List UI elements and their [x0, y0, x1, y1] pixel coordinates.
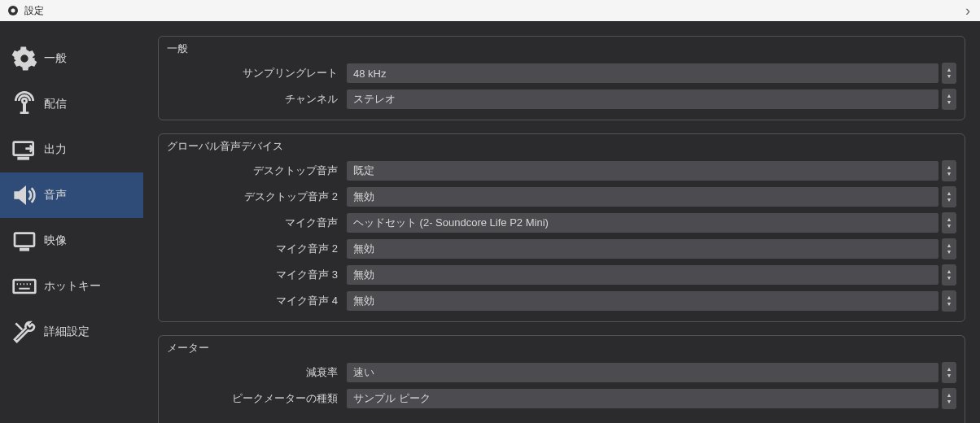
field-label: デスクトップ音声 [167, 164, 346, 178]
sidebar-item-label: 詳細設定 [44, 325, 90, 339]
group-title: グローバル音声デバイス [167, 139, 956, 154]
row-peak-meter-type: ピークメーターの種類 サンプル ピーク ▲▼ [167, 386, 956, 411]
keyboard-icon [11, 273, 44, 299]
chevron-up-icon: ▲ [947, 268, 952, 275]
sidebar-item-label: 一般 [44, 51, 67, 66]
sidebar-item-label: 出力 [44, 142, 67, 157]
row-desktop-audio-2: デスクトップ音声 2 無効 ▲▼ [167, 185, 956, 209]
sidebar-item-advanced[interactable]: 詳細設定 [0, 309, 143, 355]
sampling-rate-select[interactable]: 48 kHz [346, 63, 939, 84]
chevron-down-icon: ▼ [947, 223, 952, 229]
sidebar-item-general[interactable]: 一般 [0, 36, 143, 81]
field-label: チャンネル [167, 92, 346, 107]
row-decay-rate: 減衰率 速い ▲▼ [167, 360, 956, 385]
channels-select[interactable]: ステレオ [346, 89, 939, 110]
titlebar: 設定 › [0, 0, 980, 21]
window-title: 設定 [24, 4, 44, 18]
spin-buttons[interactable]: ▲▼ [942, 89, 956, 110]
spin-buttons[interactable]: ▲▼ [942, 63, 956, 84]
group-title: メーター [167, 341, 956, 355]
spin-buttons[interactable]: ▲▼ [942, 238, 956, 259]
sidebar-item-output[interactable]: 出力 [0, 127, 143, 172]
mic-audio-2-select[interactable]: 無効 [346, 238, 939, 259]
field-label: マイク音声 4 [167, 294, 346, 308]
desktop-audio-2-select[interactable]: 無効 [346, 186, 939, 207]
decay-rate-select[interactable]: 速い [346, 362, 939, 383]
audio-icon [11, 182, 44, 208]
chevron-down-icon: ▼ [947, 197, 952, 203]
sidebar-item-label: 配信 [44, 97, 67, 111]
field-label: マイク音声 2 [167, 242, 346, 256]
row-mic-audio: マイク音声 ヘッドセット (2- Soundcore Life P2 Mini)… [167, 211, 956, 235]
broadcast-icon [11, 91, 44, 117]
gear-icon [11, 46, 44, 72]
chevron-down-icon: ▼ [947, 73, 952, 80]
field-label: ピークメーターの種類 [167, 391, 346, 406]
output-icon [11, 137, 44, 163]
field-label: マイク音声 3 [167, 268, 346, 282]
chevron-up-icon: ▲ [947, 366, 952, 373]
sidebar-item-label: 音声 [44, 188, 67, 203]
row-sampling-rate: サンプリングレート 48 kHz ▲▼ [167, 61, 956, 85]
spin-buttons[interactable]: ▲▼ [942, 160, 956, 181]
chevron-down-icon: ▼ [947, 171, 952, 177]
chevron-up-icon: ▲ [947, 392, 952, 399]
chevron-up-icon: ▲ [947, 93, 952, 99]
video-icon [11, 228, 44, 254]
chevron-up-icon: ▲ [947, 242, 952, 249]
spin-buttons[interactable]: ▲▼ [942, 212, 956, 233]
chevron-down-icon: ▼ [947, 275, 952, 281]
field-label: デスクトップ音声 2 [167, 190, 346, 204]
tools-icon [11, 319, 44, 345]
row-mic-audio-4: マイク音声 4 無効 ▲▼ [167, 289, 956, 313]
chevron-up-icon: ▲ [947, 294, 952, 301]
spin-buttons[interactable]: ▲▼ [942, 362, 956, 383]
window-control[interactable]: › [962, 2, 973, 20]
peak-meter-type-select[interactable]: サンプル ピーク [346, 388, 939, 409]
settings-content: 一般 サンプリングレート 48 kHz ▲▼ チャンネル ステレオ ▲▼ グロー… [143, 21, 980, 423]
sidebar-item-video[interactable]: 映像 [0, 218, 143, 264]
chevron-up-icon: ▲ [947, 67, 952, 73]
chevron-down-icon: ▼ [947, 301, 952, 307]
svg-rect-6 [20, 248, 29, 251]
mic-audio-select[interactable]: ヘッドセット (2- Soundcore Life P2 Mini) [346, 212, 939, 233]
spin-buttons[interactable]: ▲▼ [942, 290, 956, 312]
settings-sidebar: 一般 配信 出力 音声 映像 [0, 21, 143, 423]
field-label: サンプリングレート [167, 66, 346, 81]
svg-rect-7 [14, 280, 36, 293]
sidebar-item-hotkeys[interactable]: ホットキー [0, 264, 143, 309]
svg-rect-5 [15, 233, 34, 246]
chevron-down-icon: ▼ [947, 373, 952, 379]
svg-point-1 [11, 9, 15, 13]
row-channels: チャンネル ステレオ ▲▼ [167, 87, 956, 111]
field-label: マイク音声 [167, 216, 346, 230]
sidebar-item-audio[interactable]: 音声 [0, 172, 143, 218]
row-mic-audio-2: マイク音声 2 無効 ▲▼ [167, 237, 956, 261]
desktop-audio-select[interactable]: 既定 [346, 160, 939, 181]
chevron-down-icon: ▼ [947, 99, 952, 106]
chevron-up-icon: ▲ [947, 216, 952, 223]
svg-rect-2 [24, 103, 26, 113]
row-mic-audio-3: マイク音声 3 無効 ▲▼ [167, 263, 956, 287]
chevron-up-icon: ▲ [947, 164, 952, 171]
mic-audio-4-select[interactable]: 無効 [346, 290, 939, 312]
sidebar-item-label: 映像 [44, 233, 67, 248]
spin-buttons[interactable]: ▲▼ [942, 388, 956, 409]
group-global-audio-devices: グローバル音声デバイス デスクトップ音声 既定 ▲▼ デスクトップ音声 2 無効… [158, 133, 965, 322]
svg-rect-4 [18, 157, 28, 159]
mic-audio-3-select[interactable]: 無効 [346, 264, 939, 286]
group-meters: メーター 減衰率 速い ▲▼ ピークメーターの種類 サンプル ピーク ▲▼ [158, 335, 965, 423]
group-general: 一般 サンプリングレート 48 kHz ▲▼ チャンネル ステレオ ▲▼ [158, 36, 965, 120]
chevron-down-icon: ▼ [947, 399, 952, 405]
sidebar-item-stream[interactable]: 配信 [0, 81, 143, 127]
row-desktop-audio: デスクトップ音声 既定 ▲▼ [167, 159, 956, 183]
sidebar-item-label: ホットキー [44, 279, 101, 294]
chevron-down-icon: ▼ [947, 249, 952, 255]
spin-buttons[interactable]: ▲▼ [942, 186, 956, 207]
field-label: 減衰率 [167, 365, 346, 380]
group-title: 一般 [167, 41, 956, 56]
app-icon [7, 4, 20, 17]
spin-buttons[interactable]: ▲▼ [942, 264, 956, 286]
chevron-up-icon: ▲ [947, 190, 952, 197]
